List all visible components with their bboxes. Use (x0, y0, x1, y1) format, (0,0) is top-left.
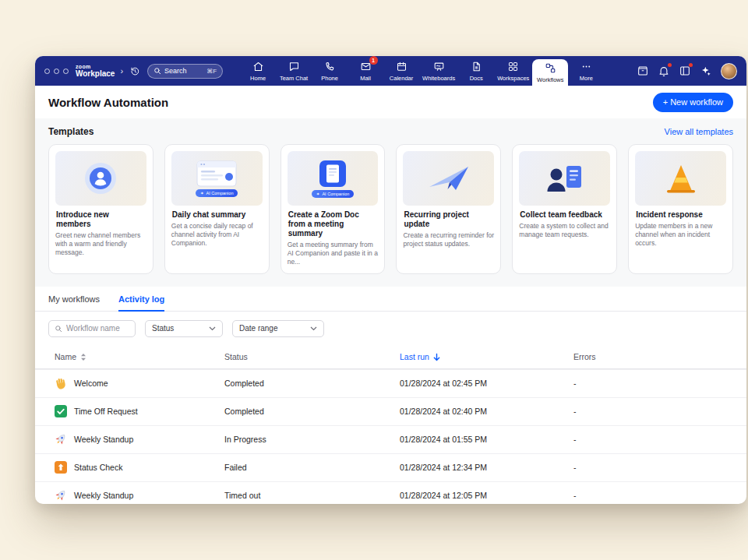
notifications-bell-icon[interactable] (658, 65, 670, 77)
search-placeholder: Search (164, 67, 187, 75)
column-header-status: Status (224, 352, 400, 361)
table-header-row: Name Status Last run Errors (35, 346, 746, 369)
templates-heading: Templates (48, 126, 94, 137)
card-title: Create a Zoom Doc from a meeting summary (288, 210, 378, 238)
nav-item-phone[interactable]: Phone (312, 56, 348, 86)
window-zoom-button[interactable] (63, 69, 69, 74)
column-header-errors: Errors (573, 352, 733, 361)
new-workflow-button[interactable]: + New workflow (653, 93, 733, 112)
template-card-incident-response[interactable]: Incident response Update members in a ne… (628, 144, 733, 274)
mail-unread-badge: 1 (369, 56, 378, 65)
search-shortcut: ⌘F (206, 68, 217, 75)
template-cards: Introduce new members Greet new channel … (48, 144, 733, 274)
nav-item-home[interactable]: Home (240, 56, 276, 86)
table-row[interactable]: Weekly Standup Timed out 01/28/2024 at 1… (35, 481, 746, 504)
workflow-name: Welcome (74, 379, 108, 388)
workflow-errors: - (573, 407, 733, 416)
workflow-status: Timed out (224, 491, 400, 500)
more-icon (580, 61, 592, 72)
chat-icon (288, 61, 300, 72)
workflow-errors: - (573, 379, 733, 388)
tab-activity-log[interactable]: Activity log (118, 294, 164, 312)
nav-item-team-chat[interactable]: Team Chat (276, 56, 312, 86)
activity-log-filters: Status Date range (35, 312, 746, 346)
card-title: Daily chat summary (172, 210, 262, 220)
table-row[interactable]: Time Off Request Completed 01/28/2024 at… (35, 397, 746, 425)
logo-workplace-text: Workplace (76, 70, 115, 78)
nav-item-whiteboards[interactable]: Whiteboards (419, 56, 458, 86)
docs-icon (471, 61, 482, 72)
nav-item-calendar[interactable]: Calendar (383, 56, 419, 86)
ai-sparkle-icon[interactable] (700, 65, 712, 77)
card-title: Incident response (636, 210, 725, 220)
card-description: Greet new channel members with a warm an… (55, 231, 146, 258)
column-header-name[interactable]: Name (48, 352, 224, 361)
date-range-filter-dropdown[interactable]: Date range (232, 320, 324, 337)
primary-nav: Home Team Chat Phone 1 Mail Calendar (240, 56, 604, 86)
whiteboard-icon (433, 61, 445, 72)
chat-summary-icon: ✦ AI Companion (171, 151, 263, 206)
workflow-name-search[interactable] (48, 320, 136, 337)
workflow-errors: - (573, 463, 733, 472)
card-description: Create a system to collect and manage te… (519, 222, 610, 239)
window-controls[interactable] (44, 69, 69, 74)
nav-item-workflows[interactable]: Workflows (532, 59, 568, 86)
workflow-name: Status Check (74, 463, 122, 472)
workflow-name-input[interactable] (66, 324, 129, 333)
ai-companion-badge: ✦ AI Companion (196, 189, 238, 197)
side-panel-icon[interactable] (679, 65, 691, 77)
ai-companion-badge: ✦ AI Companion (312, 190, 354, 198)
window-close-button[interactable] (44, 69, 50, 74)
workflow-errors: - (573, 491, 733, 500)
calendar-icon (396, 61, 408, 72)
workflow-name: Time Off Request (74, 407, 138, 416)
table-row[interactable]: Status Check Failed 01/28/2024 at 12:34 … (35, 453, 746, 481)
panel-notification-dot (689, 63, 693, 67)
template-card-zoom-doc-from-meeting-summary[interactable]: ✦ AI Companion Create a Zoom Doc from a … (280, 144, 386, 274)
status-filter-dropdown[interactable]: Status (145, 320, 223, 337)
template-card-recurring-project-update[interactable]: Recurring project update Create a recurr… (396, 144, 501, 274)
home-icon (252, 61, 264, 72)
template-card-collect-team-feedback[interactable]: Collect team feedback Create a system to… (512, 144, 617, 274)
templates-section: Templates View all templates Introduce n… (35, 118, 746, 287)
table-row[interactable]: Weekly Standup In Progress 01/28/2024 at… (35, 425, 746, 453)
page-title: Workflow Automation (48, 96, 168, 109)
sparkle-icon: ✦ (200, 191, 204, 195)
view-all-templates-link[interactable]: View all templates (665, 127, 733, 136)
cone-icon (635, 151, 726, 206)
workflow-name: Weekly Standup (74, 435, 133, 444)
card-description: Get a meeting summary from AI Companion … (288, 241, 379, 267)
workflow-last-run: 01/28/2024 at 12:34 PM (400, 463, 573, 472)
global-search-input[interactable]: Search ⌘F (147, 64, 223, 79)
history-icon[interactable] (129, 65, 140, 76)
sparkle-icon: ✦ (316, 192, 320, 196)
card-title: Recurring project update (404, 210, 493, 229)
nav-item-workspaces[interactable]: Workspaces (494, 56, 532, 86)
logo-zoom-text: zoom (76, 64, 115, 69)
window-minimize-button[interactable] (54, 69, 59, 74)
nav-item-more[interactable]: More (568, 56, 604, 86)
activity-log-table: Name Status Last run Errors Welcome Comp… (35, 346, 746, 504)
chevron-right-icon[interactable]: › (120, 66, 123, 76)
rocket-icon (55, 433, 67, 446)
workflow-last-run: 01/28/2024 at 01:55 PM (400, 435, 573, 444)
notification-dot (668, 63, 672, 67)
contacts-box-icon[interactable] (637, 65, 649, 77)
workflow-name: Weekly Standup (74, 491, 133, 500)
table-row[interactable]: Welcome Completed 01/28/2024 at 02:45 PM… (35, 369, 746, 397)
workflow-status: In Progress (224, 435, 400, 444)
workflow-last-run: 01/28/2024 at 02:40 PM (400, 407, 573, 416)
nav-item-docs[interactable]: Docs (458, 56, 494, 86)
template-card-daily-chat-summary[interactable]: ✦ AI Companion Daily chat summary Get a … (164, 144, 270, 274)
zoom-workplace-logo: zoom Workplace (76, 64, 115, 78)
column-header-last-run[interactable]: Last run (400, 352, 573, 361)
app-window: zoom Workplace › Search ⌘F Home (35, 56, 746, 504)
alert-icon (55, 461, 67, 474)
workspaces-icon (507, 61, 519, 72)
user-avatar[interactable] (721, 63, 737, 79)
card-title: Collect team feedback (520, 210, 609, 220)
template-card-introduce-new-members[interactable]: Introduce new members Greet new channel … (48, 144, 153, 274)
tab-my-workflows[interactable]: My workflows (48, 294, 100, 311)
nav-item-mail[interactable]: 1 Mail (348, 56, 383, 86)
arrow-down-icon (432, 353, 441, 361)
